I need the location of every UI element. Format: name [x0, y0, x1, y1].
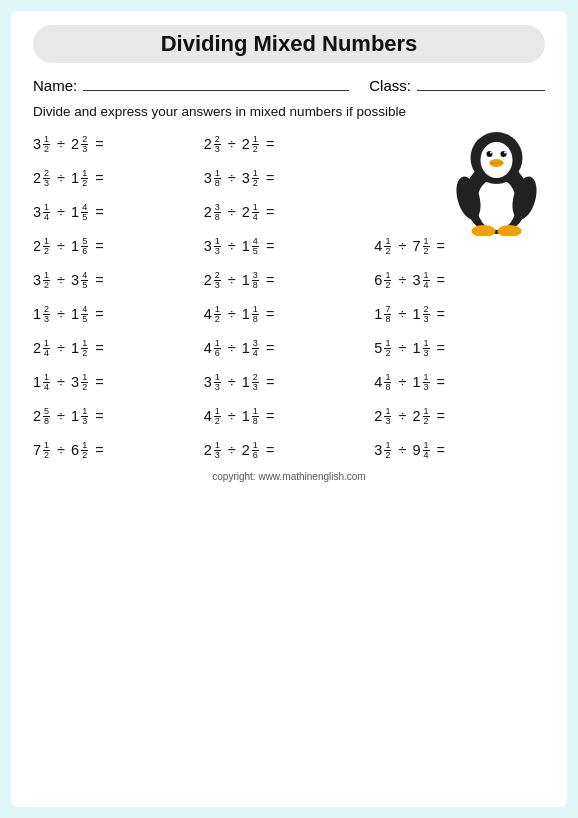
problem-cell: 212 ÷ 156 =: [33, 234, 204, 259]
page-title: Dividing Mixed Numbers: [53, 31, 525, 57]
problem-row: 312 ÷ 345 = 223 ÷ 138 = 612 ÷ 314 =: [33, 263, 545, 297]
problem-row: 114 ÷ 312 = 313 ÷ 123 = 418 ÷ 113 =: [33, 365, 545, 399]
name-label: Name:: [33, 77, 77, 94]
problem-cell: 416 ÷ 134 =: [204, 336, 375, 361]
problem-cell: 412 ÷ 118 =: [204, 302, 375, 327]
title-box: Dividing Mixed Numbers: [33, 25, 545, 63]
problem-cell: 214 ÷ 112 =: [33, 336, 204, 361]
problem-row: 258 ÷ 113 = 412 ÷ 118 = 213 ÷ 212 =: [33, 399, 545, 433]
problem-cell: 418 ÷ 113 =: [374, 370, 545, 395]
problem-cell: 312 ÷ 914 =: [374, 438, 545, 463]
copyright-text: copyright: www.mathinenglish.com: [33, 471, 545, 482]
svg-point-9: [504, 152, 506, 154]
problem-row: 214 ÷ 112 = 416 ÷ 134 = 512 ÷ 113 =: [33, 331, 545, 365]
problem-cell: 318 ÷ 312 =: [204, 166, 375, 191]
problem-cell: 512 ÷ 113 =: [374, 336, 545, 361]
worksheet-page: Dividing Mixed Numbers Name: Class: Divi…: [11, 11, 567, 807]
problem-cell: 712 ÷ 612 =: [33, 438, 204, 463]
problem-cell: 612 ÷ 314 =: [374, 268, 545, 293]
problem-row: 123 ÷ 145 = 412 ÷ 118 = 178 ÷ 123 =: [33, 297, 545, 331]
problem-cell: 313 ÷ 145 =: [204, 234, 375, 259]
class-label: Class:: [369, 77, 411, 94]
problem-cell: 412 ÷ 712 =: [374, 234, 545, 259]
problem-cell: 178 ÷ 123 =: [374, 302, 545, 327]
problem-cell: 314 ÷ 145 =: [33, 200, 204, 225]
problem-cell: 312 ÷ 345 =: [33, 268, 204, 293]
class-field: Class:: [369, 75, 545, 94]
problem-cell: 213 ÷ 216 =: [204, 438, 375, 463]
instruction-text: Divide and express your answers in mixed…: [33, 104, 545, 119]
problem-cell: 114 ÷ 312 =: [33, 370, 204, 395]
problem-row: 712 ÷ 612 = 213 ÷ 216 = 312 ÷ 914 =: [33, 433, 545, 467]
problem-cell: 213 ÷ 212 =: [374, 404, 545, 429]
name-field: Name:: [33, 75, 349, 94]
problem-cell: 313 ÷ 123 =: [204, 370, 375, 395]
name-underline: [83, 75, 349, 91]
problem-cell: 123 ÷ 145 =: [33, 302, 204, 327]
problem-cell: 412 ÷ 118 =: [204, 404, 375, 429]
problem-cell: 223 ÷ 112 =: [33, 166, 204, 191]
problem-cell: 258 ÷ 113 =: [33, 404, 204, 429]
problem-cell: 223 ÷ 138 =: [204, 268, 375, 293]
problem-cell: 223 ÷ 212 =: [204, 132, 375, 157]
name-class-row: Name: Class:: [33, 75, 545, 94]
problem-cell: 238 ÷ 214 =: [204, 200, 375, 225]
penguin-illustration: [444, 126, 549, 236]
svg-point-6: [490, 152, 492, 154]
problem-cell: 312 ÷ 223 =: [33, 132, 204, 157]
svg-point-1: [477, 178, 517, 230]
class-underline: [417, 75, 545, 91]
